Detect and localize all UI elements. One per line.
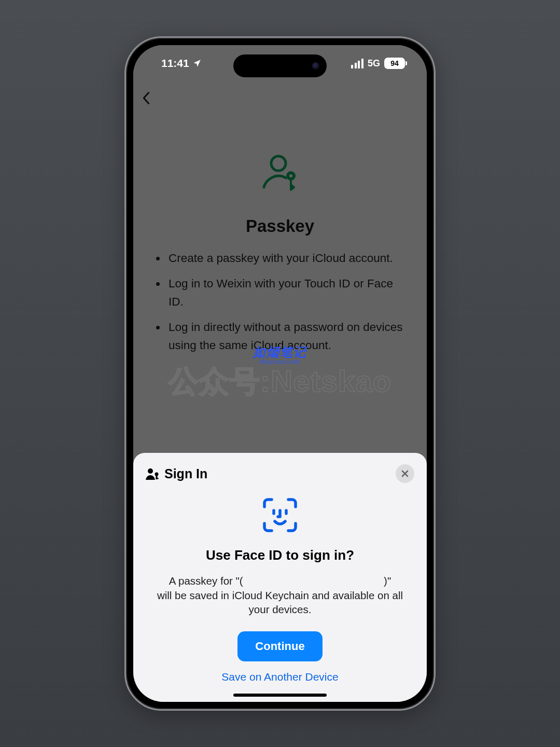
side-button-power xyxy=(434,204,436,266)
side-button-volume-down xyxy=(124,235,126,276)
side-button-mute xyxy=(124,147,126,168)
side-button-volume-up xyxy=(124,183,126,225)
sheet-heading: Use Face ID to sign in? xyxy=(146,547,414,563)
person-key-icon xyxy=(146,467,160,480)
cellular-signal-icon xyxy=(351,59,363,68)
close-icon xyxy=(401,469,409,478)
sheet-title: Sign In xyxy=(164,466,207,481)
svg-point-3 xyxy=(148,468,153,474)
svg-rect-6 xyxy=(156,478,159,479)
dynamic-island xyxy=(233,54,327,77)
status-network: 5G xyxy=(368,58,380,69)
close-button[interactable] xyxy=(396,464,414,483)
sheet-body: A passkey for "( )" will be saved in iCl… xyxy=(146,574,414,617)
location-icon xyxy=(192,59,202,68)
home-indicator[interactable] xyxy=(233,694,327,697)
signin-sheet: Sign In Use Face ID to sign in? A passke… xyxy=(133,453,427,702)
continue-button[interactable]: Continue xyxy=(237,631,322,661)
save-on-another-device-link[interactable]: Save on Another Device xyxy=(146,671,414,683)
battery-icon: 94 xyxy=(384,58,405,69)
status-time: 11:41 xyxy=(161,57,189,70)
faceid-icon xyxy=(261,496,299,534)
iphone-frame: 11:41 5G 94 xyxy=(124,36,436,711)
screen: 11:41 5G 94 xyxy=(133,45,427,702)
